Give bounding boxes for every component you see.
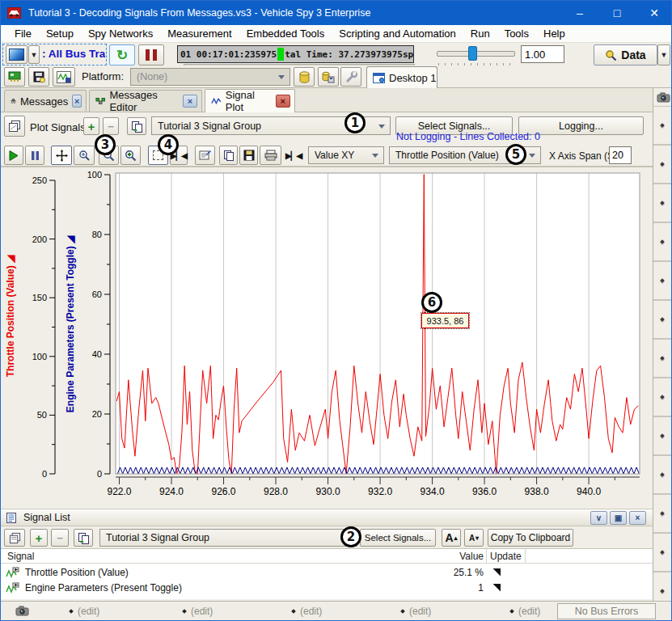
collapse-panel-icon[interactable]: ▶▏◀ bbox=[285, 151, 302, 160]
copy-to-clipboard-button[interactable]: Copy To Clipboard bbox=[488, 529, 573, 547]
camera-icon[interactable] bbox=[15, 606, 29, 616]
bus-mode-icon bbox=[9, 49, 24, 61]
maximize-button[interactable]: □ bbox=[598, 1, 636, 25]
dock-strip-cell[interactable] bbox=[653, 300, 672, 339]
bus-mode-dropdown-icon[interactable]: ▼ bbox=[28, 45, 40, 64]
menu-item-measurement[interactable]: Measurement bbox=[160, 26, 239, 41]
dock-strip-cell[interactable] bbox=[653, 572, 672, 601]
edit-slot[interactable]: (edit) bbox=[292, 606, 322, 617]
nodes-icon bbox=[95, 96, 105, 106]
zoom-in-button[interactable] bbox=[120, 146, 141, 165]
arrow-down-icon: ▾ bbox=[475, 534, 479, 542]
menu-item-file[interactable]: File bbox=[7, 26, 39, 41]
plot-signals-title: Plot Signals bbox=[30, 121, 86, 133]
tab-signal-plot-close-icon[interactable]: × bbox=[276, 95, 290, 108]
data-dropdown-icon[interactable]: ▼ bbox=[657, 44, 670, 65]
close-button[interactable]: ✕ bbox=[636, 1, 672, 25]
panel-collapse-button[interactable]: ∨ bbox=[590, 511, 607, 525]
menu-item-run[interactable]: Run bbox=[463, 26, 497, 41]
tools-button[interactable] bbox=[340, 67, 361, 87]
plot-pause-button[interactable] bbox=[25, 146, 44, 165]
print-plot-button[interactable] bbox=[260, 146, 281, 165]
minimize-button[interactable]: – bbox=[561, 1, 598, 25]
vehicle-spy-logo-button[interactable] bbox=[53, 67, 75, 87]
signal-name: Throttle Position (Value) bbox=[25, 567, 129, 578]
menu-item-setup[interactable]: Setup bbox=[39, 26, 81, 41]
dock-strip-cell[interactable] bbox=[653, 261, 672, 300]
menu-item-scripting-and-automation[interactable]: Scripting and Automation bbox=[332, 26, 463, 41]
remove-plot-button[interactable]: − bbox=[103, 117, 119, 135]
menu-item-tools[interactable]: Tools bbox=[497, 26, 536, 41]
column-update: Update bbox=[490, 551, 522, 562]
dock-strip-cell[interactable] bbox=[653, 494, 672, 533]
refresh-button[interactable]: ↻ bbox=[109, 44, 135, 65]
edit-slot[interactable]: (edit) bbox=[401, 606, 431, 617]
dock-strip-cell[interactable] bbox=[653, 339, 672, 378]
speed-value-input[interactable] bbox=[521, 45, 564, 63]
platform-combo-value: (None) bbox=[137, 71, 167, 82]
menu-item-spy-networks[interactable]: Spy Networks bbox=[81, 26, 160, 41]
dock-strip-cell[interactable] bbox=[653, 184, 672, 222]
tab-messages[interactable]: Messages × bbox=[4, 90, 87, 112]
spy-icon bbox=[11, 96, 16, 107]
dock-strip-cell[interactable] bbox=[653, 416, 672, 455]
dock-strip-cell[interactable] bbox=[653, 222, 672, 261]
edit-slot[interactable]: (edit) bbox=[70, 606, 99, 617]
plot-mode-combo[interactable]: Value XY bbox=[308, 146, 384, 164]
dock-strip-cell[interactable] bbox=[653, 533, 672, 572]
signal-row[interactable]: Engine Parameters (Present Toggle)1 bbox=[1, 580, 653, 595]
signal-list-select-signals-button[interactable]: Select Signals... bbox=[360, 529, 436, 547]
signal-windows-button[interactable] bbox=[4, 529, 25, 547]
menu-item-help[interactable]: Help bbox=[536, 26, 573, 41]
data-button[interactable]: Data bbox=[594, 44, 657, 65]
tab-messages-editor[interactable]: Messages Editor × bbox=[89, 90, 202, 112]
font-increase-button[interactable]: A▴ bbox=[442, 529, 461, 547]
signal-list-group-combo[interactable]: Tutorial 3 Signal Group bbox=[99, 529, 357, 547]
add-signal-list-button[interactable]: + bbox=[30, 529, 48, 547]
pause-button[interactable] bbox=[138, 44, 164, 65]
tab-signal-plot[interactable]: Signal Plot × bbox=[205, 89, 295, 112]
pan-mode-button[interactable] bbox=[51, 146, 72, 165]
callout-3: 3 bbox=[95, 134, 116, 155]
hardware-setup-button[interactable] bbox=[4, 67, 25, 87]
dock-strip-cell[interactable] bbox=[653, 106, 672, 145]
plot-properties-button[interactable] bbox=[195, 146, 215, 165]
x-tick-label: 940.0 bbox=[577, 486, 601, 497]
save-setup-button[interactable] bbox=[28, 67, 49, 87]
signal-plot-chart[interactable]: 050100150200250020406080100Throttle Posi… bbox=[1, 167, 653, 505]
speed-slider-thumb[interactable] bbox=[468, 46, 477, 61]
column-value: Value bbox=[411, 551, 484, 562]
x-axis-span-input[interactable] bbox=[609, 146, 632, 164]
tab-messages-close-icon[interactable]: × bbox=[72, 95, 82, 108]
signal-row[interactable]: Throttle Position (Value)25.1 % bbox=[1, 564, 653, 580]
database-button[interactable] bbox=[294, 67, 315, 87]
status-bar: (edit)(edit)(edit)(edit)(edit) No Bus Er… bbox=[1, 601, 672, 620]
database-save-button[interactable] bbox=[318, 67, 339, 87]
tab-messages-editor-close-icon[interactable]: × bbox=[183, 95, 197, 108]
copy-plot-button[interactable] bbox=[219, 146, 238, 165]
throttle-tick-label: 100 bbox=[32, 352, 47, 361]
logo-icon bbox=[57, 71, 71, 83]
add-plot-button[interactable]: + bbox=[83, 117, 99, 135]
font-decrease-button[interactable]: A▾ bbox=[464, 529, 484, 547]
menu-item-embedded-tools[interactable]: Embedded Tools bbox=[239, 26, 332, 41]
update-indicator-icon bbox=[492, 568, 501, 577]
dock-strip-cell[interactable] bbox=[653, 145, 672, 184]
dock-strip-cell[interactable] bbox=[653, 378, 672, 416]
panel-restore-button[interactable]: ▣ bbox=[610, 511, 627, 525]
bus-mode-button[interactable] bbox=[6, 45, 27, 64]
edit-slot[interactable]: (edit) bbox=[510, 606, 540, 617]
copy-group-button[interactable] bbox=[127, 117, 146, 135]
x-tick-label: 928.0 bbox=[264, 486, 288, 497]
save-plot-button[interactable] bbox=[239, 146, 258, 165]
edit-slot[interactable]: (edit) bbox=[183, 606, 213, 617]
dock-strip-cell[interactable] bbox=[653, 455, 672, 494]
panel-close-button[interactable]: × bbox=[629, 511, 646, 525]
plot-windows-button[interactable] bbox=[4, 116, 25, 137]
remove-signal-list-button[interactable]: − bbox=[51, 529, 69, 547]
copy-signal-group-button[interactable] bbox=[74, 529, 93, 547]
platform-combo[interactable]: (None) bbox=[130, 68, 290, 86]
plot-play-button[interactable] bbox=[4, 146, 23, 165]
zoom-window-button[interactable] bbox=[74, 146, 95, 165]
desktop-tab[interactable]: Desktop 1 bbox=[366, 66, 437, 88]
